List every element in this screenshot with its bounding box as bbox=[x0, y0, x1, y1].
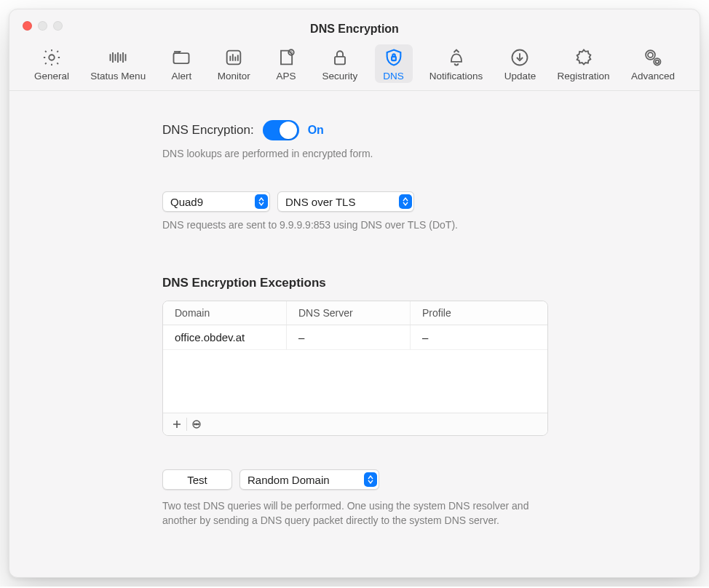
provider-value: Quad9 bbox=[170, 196, 203, 208]
add-exception-button[interactable] bbox=[167, 416, 186, 432]
test-mode-value: Random Domain bbox=[247, 474, 330, 486]
method-value: DNS over TLS bbox=[285, 196, 355, 208]
svg-point-20 bbox=[646, 50, 655, 60]
chevron-updown-icon bbox=[364, 472, 377, 487]
tab-label: APS bbox=[277, 71, 296, 82]
svg-point-26 bbox=[194, 424, 196, 425]
provider-select[interactable]: Quad9 bbox=[162, 191, 270, 212]
exceptions-table: Domain DNS Server Profile office.obdev.a… bbox=[162, 301, 548, 436]
gear-icon bbox=[41, 47, 62, 68]
window-minimize-button[interactable] bbox=[38, 21, 47, 31]
aps-icon bbox=[276, 47, 296, 68]
tab-label: Notifications bbox=[429, 71, 483, 82]
window-title: DNS Encryption bbox=[310, 17, 399, 36]
preferences-window: DNS Encryption General Status Menu bbox=[9, 9, 700, 578]
content-area: DNS Encryption: On DNS lookups are perfo… bbox=[9, 91, 700, 577]
test-mode-select[interactable]: Random Domain bbox=[239, 469, 379, 490]
tab-label: General bbox=[34, 71, 69, 82]
tab-label: Update bbox=[504, 71, 536, 82]
actions-menu-button[interactable] bbox=[187, 416, 206, 432]
svg-point-19 bbox=[648, 52, 653, 57]
tab-dns[interactable]: DNS bbox=[375, 44, 413, 83]
tab-status-menu[interactable]: Status Menu bbox=[86, 44, 150, 83]
tab-registration[interactable]: Registration bbox=[553, 44, 614, 83]
table-footer bbox=[163, 413, 547, 435]
exceptions-title: DNS Encryption Exceptions bbox=[162, 276, 548, 290]
svg-rect-15 bbox=[335, 57, 345, 65]
svg-point-0 bbox=[49, 55, 54, 60]
dns-detail: DNS requests are sent to 9.9.9.9:853 usi… bbox=[162, 219, 548, 231]
tab-security[interactable]: Security bbox=[317, 44, 362, 83]
dns-encryption-row: DNS Encryption: On bbox=[162, 120, 548, 140]
col-domain[interactable]: Domain bbox=[163, 301, 287, 325]
tab-notifications[interactable]: Notifications bbox=[425, 44, 488, 83]
tab-update[interactable]: Update bbox=[500, 44, 541, 83]
seal-icon bbox=[574, 47, 594, 68]
test-hint: Two test DNS queries will be performed. … bbox=[162, 498, 541, 528]
svg-point-22 bbox=[654, 58, 660, 65]
tab-label: Security bbox=[322, 71, 357, 82]
tab-aps[interactable]: APS bbox=[267, 44, 305, 83]
traffic-lights bbox=[23, 21, 63, 31]
col-server[interactable]: DNS Server bbox=[287, 301, 411, 325]
cell-profile: – bbox=[411, 325, 547, 349]
tab-general[interactable]: General bbox=[30, 44, 74, 83]
tab-advanced[interactable]: Advanced bbox=[627, 44, 679, 83]
dns-provider-row: Quad9 DNS over TLS bbox=[162, 191, 548, 212]
chevron-updown-icon bbox=[255, 194, 268, 209]
tab-label: Registration bbox=[558, 71, 610, 82]
tab-monitor[interactable]: Monitor bbox=[213, 44, 255, 83]
lock-icon bbox=[330, 47, 350, 68]
tab-label: DNS bbox=[383, 71, 404, 82]
test-block: Test Random Domain Two test DNS queries … bbox=[162, 469, 548, 528]
dns-encryption-toggle[interactable] bbox=[263, 120, 299, 140]
toolbar: General Status Menu Alert bbox=[9, 43, 700, 91]
tab-alert[interactable]: Alert bbox=[162, 44, 200, 83]
tab-label: Status Menu bbox=[90, 71, 146, 82]
gears-icon bbox=[643, 47, 663, 68]
download-circle-icon bbox=[510, 47, 530, 68]
window-close-button[interactable] bbox=[23, 21, 32, 31]
tab-label: Advanced bbox=[631, 71, 675, 82]
dns-encryption-state: On bbox=[308, 124, 324, 137]
dns-encryption-desc: DNS lookups are performed in encrypted f… bbox=[162, 148, 548, 159]
dns-encryption-label: DNS Encryption: bbox=[162, 123, 254, 138]
chevron-updown-icon bbox=[399, 194, 412, 209]
test-button-label: Test bbox=[187, 474, 207, 486]
status-menu-icon bbox=[108, 47, 128, 68]
table-header: Domain DNS Server Profile bbox=[163, 301, 547, 325]
monitor-icon bbox=[223, 47, 244, 68]
svg-point-28 bbox=[198, 424, 199, 425]
titlebar: DNS Encryption bbox=[9, 9, 700, 43]
window-zoom-button[interactable] bbox=[53, 21, 63, 31]
table-row[interactable]: office.obdev.at – – bbox=[163, 325, 547, 350]
folder-icon bbox=[171, 47, 191, 68]
col-profile[interactable]: Profile bbox=[411, 301, 547, 325]
svg-point-27 bbox=[196, 424, 197, 425]
test-button[interactable]: Test bbox=[162, 469, 232, 490]
cell-domain: office.obdev.at bbox=[163, 325, 287, 349]
tab-label: Monitor bbox=[218, 71, 250, 82]
table-body: office.obdev.at – – bbox=[163, 325, 547, 413]
bell-icon bbox=[446, 47, 467, 68]
dns-shield-icon bbox=[384, 47, 404, 68]
method-select[interactable]: DNS over TLS bbox=[277, 191, 414, 212]
svg-point-21 bbox=[655, 60, 659, 64]
cell-server: – bbox=[287, 325, 411, 349]
tab-label: Alert bbox=[172, 71, 192, 82]
